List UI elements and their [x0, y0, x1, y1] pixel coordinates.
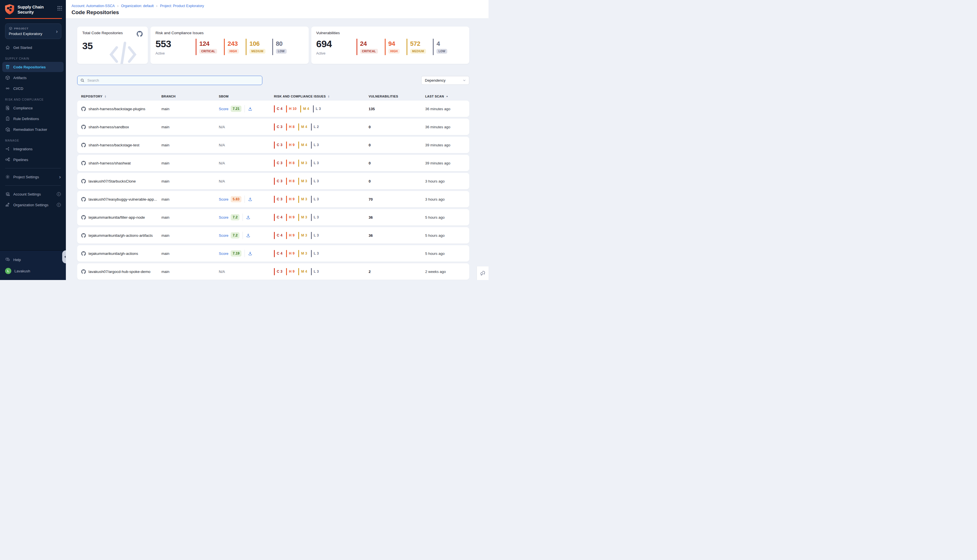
risk-medium-chip: M 4 — [298, 268, 307, 275]
risk-high-chip: H 8 — [286, 160, 295, 167]
column-repository[interactable]: REPOSITORY — [81, 95, 161, 98]
risk-high-chip: H 9 — [286, 250, 295, 257]
sidebar-item-project-settings[interactable]: Project Settings — [2, 172, 63, 182]
download-sbom-icon[interactable] — [246, 215, 251, 220]
sbom-na: N/A — [219, 143, 225, 147]
table-row[interactable]: shash-harness/backstage-plugins main Sco… — [77, 101, 469, 117]
sort-icon[interactable] — [105, 95, 107, 98]
vulnerability-count: 0 — [369, 179, 425, 183]
repository-name[interactable]: shash-harness/sandbox — [89, 125, 129, 129]
vulnerability-count: 0 — [369, 161, 425, 165]
sbom-score-link[interactable]: Score — [219, 233, 229, 238]
org-gear-icon — [5, 202, 10, 207]
project-selector[interactable]: PROJECT Product Exploratory — [5, 23, 61, 39]
sbom-score-badge: 7.2 — [230, 214, 239, 220]
table-row[interactable]: tejakummarikuntla/filler-app-node main S… — [77, 209, 469, 225]
box-wrench-icon — [5, 127, 10, 132]
sidebar-item-account-settings[interactable]: Account Settings — [2, 189, 63, 199]
sidebar-item-remediation-tracker[interactable]: Remediation Tracker — [2, 124, 63, 135]
breadcrumb-account[interactable]: Account: Automation-SSCA — [72, 4, 115, 8]
sort-ascending-icon[interactable] — [446, 95, 448, 97]
column-risk-issues[interactable]: RISK AND COMPLIANCE ISSUES — [274, 95, 369, 98]
repository-name[interactable]: shash-harness/backstage-test — [89, 143, 139, 147]
repository-name[interactable]: lavakush07/argocd-hub-spoke-demo — [89, 270, 150, 274]
repository-name[interactable]: lavakush07/easybuggy-vulnerable-app... — [89, 197, 157, 202]
artifact-box-icon — [5, 75, 10, 80]
info-icon[interactable] — [57, 192, 61, 196]
risk-low-chip: L 3 — [313, 105, 321, 112]
sbom-cell: Score 7.2 — [219, 232, 274, 239]
table-row[interactable]: shash-harness/shashwat main N/A C 3H 8M … — [77, 155, 469, 171]
breadcrumb-project[interactable]: Project: Product Exploratory — [154, 4, 204, 8]
risk-high-chip: H 10 — [286, 105, 297, 112]
repository-name[interactable]: shash-harness/shashwat — [89, 161, 130, 165]
download-sbom-icon[interactable] — [248, 107, 252, 111]
sidebar-item-help[interactable]: Help — [2, 255, 63, 265]
sidebar-item-organization-settings[interactable]: Organization Settings — [2, 200, 63, 210]
branch-name: main — [161, 179, 219, 183]
risk-issues-cell: C 4H 9M 3L 3 — [274, 250, 369, 257]
dependency-filter-select[interactable]: Dependency — [421, 76, 469, 85]
stat-cards: Total Code Repositories 35 — [77, 27, 469, 64]
search-icon — [80, 78, 85, 83]
vuln-low-stat: 4 LOW — [433, 39, 447, 55]
project-cube-icon — [9, 27, 12, 30]
sidebar-item-integrations[interactable]: Integrations — [2, 144, 63, 154]
sidebar-item-pipelines[interactable]: Pipelines — [2, 155, 63, 165]
risk-critical-chip: C 4 — [274, 105, 282, 112]
sidebar-item-user[interactable]: L Lavakush — [2, 265, 63, 277]
app-grid-icon[interactable] — [57, 6, 62, 10]
last-scan: 3 hours ago — [425, 197, 469, 202]
app-window: Supply Chain Security PROJECT Product Ex… — [0, 0, 489, 280]
info-icon[interactable] — [57, 203, 61, 207]
risk-issues-cell: C 3H 9M 4L 3 — [274, 268, 369, 275]
table-row[interactable]: lavakush07/argocd-hub-spoke-demo main N/… — [77, 263, 469, 280]
repository-name[interactable]: tejakummarikuntla/gh-actions-artifacts — [89, 233, 153, 238]
sbom-score-link[interactable]: Score — [219, 252, 229, 256]
search-input[interactable] — [87, 78, 259, 83]
sidebar-item-ci-cd[interactable]: CI/CD — [2, 83, 63, 93]
risk-critical-chip: C 4 — [274, 232, 282, 239]
sbom-score-link[interactable]: Score — [219, 215, 229, 220]
table-row[interactable]: lavakush07/easybuggy-vulnerable-app... m… — [77, 191, 469, 207]
github-icon — [81, 161, 86, 165]
repository-name[interactable]: tejakummarikuntla/filler-app-node — [89, 215, 145, 220]
table-row[interactable]: tejakummarikuntla/gh-actions-artifacts m… — [77, 227, 469, 243]
last-scan: 5 hours ago — [425, 252, 469, 256]
help-label: Help — [13, 258, 21, 262]
divider — [242, 213, 243, 221]
risk-issues-cell: C 3H 8M 3L 3 — [274, 178, 369, 185]
sidebar-item-artifacts[interactable]: Artifacts — [2, 73, 63, 83]
table-row[interactable]: tejakummarikuntla/gh-actions main Score … — [77, 245, 469, 262]
sbom-score-link[interactable]: Score — [219, 107, 229, 111]
sbom-cell: N/A — [219, 270, 274, 274]
support-chat-button[interactable] — [477, 267, 489, 280]
branch-name: main — [161, 233, 219, 238]
sort-icon[interactable] — [328, 95, 330, 98]
repository-name[interactable]: shash-harness/backstage-plugins — [89, 107, 145, 111]
sidebar-collapse-handle[interactable] — [62, 250, 66, 263]
download-sbom-icon[interactable] — [248, 197, 252, 202]
sidebar-item-get-started[interactable]: Get Started — [2, 42, 63, 53]
column-last-scan[interactable]: LAST SCAN — [425, 95, 469, 98]
repository-name[interactable]: lavakush07/StarbucksClone — [89, 179, 136, 183]
download-sbom-icon[interactable] — [248, 251, 252, 256]
sidebar-item-compliance[interactable]: Compliance — [2, 103, 63, 113]
sidebar-item-code-repositories[interactable]: Code Repositories — [2, 62, 63, 72]
total-repos-card: Total Code Repositories 35 — [77, 27, 148, 64]
low-badge: LOW — [276, 49, 287, 54]
github-icon — [81, 233, 86, 238]
table-row[interactable]: shash-harness/backstage-test main N/A C … — [77, 137, 469, 153]
breadcrumb-organization[interactable]: Organization: default — [115, 4, 154, 8]
table-row[interactable]: lavakush07/StarbucksClone main N/A C 3H … — [77, 173, 469, 189]
repository-name[interactable]: tejakummarikuntla/gh-actions — [89, 252, 138, 256]
risk-medium-chip: M 4 — [298, 123, 307, 130]
download-sbom-icon[interactable] — [246, 233, 251, 238]
supply-chain-security-logo-icon — [5, 4, 15, 15]
share-nodes-icon — [5, 147, 10, 152]
table-row[interactable]: shash-harness/sandbox main N/A C 3H 8M 4… — [77, 119, 469, 135]
sidebar-item-rule-definitions[interactable]: Rule Definitions — [2, 113, 63, 124]
last-scan: 5 hours ago — [425, 233, 469, 238]
sbom-score-link[interactable]: Score — [219, 197, 229, 202]
risk-low-chip: L 3 — [311, 142, 319, 148]
